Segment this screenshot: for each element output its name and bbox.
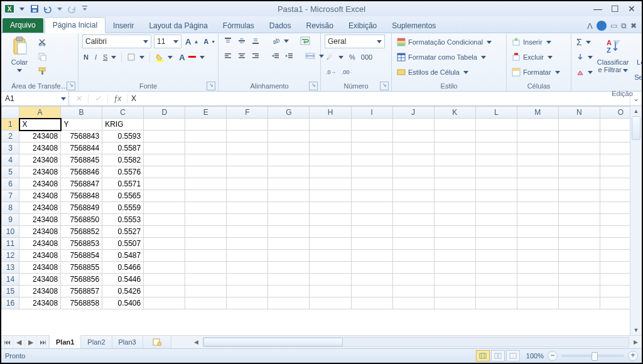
cell[interactable]	[392, 178, 434, 190]
tab-view[interactable]: Exibição	[341, 18, 384, 33]
tab-insert[interactable]: Inserir	[105, 18, 141, 33]
row-header[interactable]: 7	[2, 190, 19, 202]
cell[interactable]	[434, 238, 475, 250]
dialog-launcher-icon[interactable]: ↘	[309, 82, 318, 90]
cell[interactable]: X	[19, 119, 61, 131]
cell[interactable]: 243408	[19, 131, 61, 142]
cell[interactable]: 0.5576	[102, 166, 144, 178]
cell[interactable]	[185, 178, 227, 190]
cell[interactable]: 0.5406	[102, 297, 144, 309]
cell[interactable]	[475, 286, 517, 297]
cell[interactable]	[558, 166, 600, 178]
cell[interactable]	[227, 190, 268, 202]
cell[interactable]	[185, 238, 227, 250]
cell[interactable]	[558, 190, 600, 202]
maximize-button[interactable]: ☐	[611, 4, 619, 14]
column-header[interactable]: A	[19, 107, 61, 119]
cell[interactable]	[600, 142, 630, 154]
sheet-tab-plan3[interactable]: Plan3	[112, 336, 143, 348]
first-sheet-icon[interactable]: ⏮	[1, 336, 13, 348]
column-header[interactable]: H	[310, 107, 351, 119]
cell[interactable]	[600, 238, 630, 250]
cell[interactable]	[351, 274, 392, 286]
cell[interactable]	[310, 274, 351, 286]
cell[interactable]: KRIG	[102, 119, 144, 131]
cell[interactable]	[434, 142, 475, 154]
cell[interactable]	[185, 262, 227, 274]
sheet-tab-plan2[interactable]: Plan2	[81, 336, 112, 348]
cell[interactable]	[144, 119, 185, 131]
row-header[interactable]: 2	[2, 131, 19, 142]
cell[interactable]	[310, 166, 351, 178]
minimize-button[interactable]: —	[593, 4, 602, 14]
align-center-button[interactable]	[236, 50, 247, 62]
cell[interactable]	[144, 154, 185, 166]
cell[interactable]	[475, 142, 517, 154]
cell[interactable]	[475, 226, 517, 238]
save-icon[interactable]	[29, 3, 40, 14]
cell[interactable]	[600, 119, 630, 131]
cell[interactable]	[144, 142, 185, 154]
help-icon[interactable]: ?	[597, 21, 607, 31]
cell[interactable]	[268, 154, 310, 166]
cell[interactable]	[310, 262, 351, 274]
formula-input[interactable]: X	[127, 94, 630, 103]
cell[interactable]	[144, 297, 185, 309]
hscroll-thumb[interactable]	[203, 338, 343, 346]
cell[interactable]	[434, 119, 475, 131]
cell[interactable]	[185, 154, 227, 166]
cell[interactable]	[144, 250, 185, 262]
row-header[interactable]: 8	[2, 202, 19, 214]
cell[interactable]	[434, 190, 475, 202]
cell[interactable]	[475, 214, 517, 226]
cell[interactable]	[600, 297, 630, 309]
cell[interactable]: 243408	[19, 154, 61, 166]
cell[interactable]	[434, 154, 475, 166]
tab-data[interactable]: Dados	[262, 18, 299, 33]
column-header[interactable]: N	[558, 107, 600, 119]
select-all-cell[interactable]	[2, 107, 19, 119]
cell[interactable]	[227, 178, 268, 190]
cell[interactable]	[517, 178, 558, 190]
cell[interactable]	[517, 226, 558, 238]
copy-button[interactable]	[36, 50, 48, 63]
cell[interactable]	[392, 274, 434, 286]
cell[interactable]	[475, 119, 517, 131]
cell[interactable]	[268, 119, 310, 131]
cell[interactable]: 243408	[19, 262, 61, 274]
cell[interactable]	[351, 202, 392, 214]
fill-color-button[interactable]	[154, 51, 174, 63]
font-color-button[interactable]: A	[178, 51, 205, 63]
row-header[interactable]: 1	[2, 119, 19, 131]
cell[interactable]: 0.5565	[102, 190, 144, 202]
cell[interactable]	[558, 154, 600, 166]
cell[interactable]	[144, 166, 185, 178]
cell[interactable]	[268, 238, 310, 250]
number-format-combo[interactable]: Geral	[325, 35, 385, 48]
cell[interactable]	[434, 214, 475, 226]
row-header[interactable]: 15	[2, 286, 19, 297]
find-select-button[interactable]: Localizar e Selecionar	[632, 35, 643, 90]
cell[interactable]	[558, 119, 600, 131]
dialog-launcher-icon[interactable]: ↘	[207, 82, 215, 90]
column-header[interactable]: J	[392, 107, 434, 119]
cell[interactable]	[600, 286, 630, 297]
cell[interactable]: 243408	[19, 178, 61, 190]
cell[interactable]: 0.5426	[102, 286, 144, 297]
borders-button[interactable]	[126, 51, 146, 63]
tab-addins[interactable]: Suplementos	[384, 18, 443, 33]
fx-icon[interactable]: ƒx	[108, 94, 127, 103]
cell[interactable]: 0.5571	[102, 178, 144, 190]
cell[interactable]: 0.5553	[102, 214, 144, 226]
cell[interactable]	[268, 297, 310, 309]
cell[interactable]	[600, 190, 630, 202]
cell[interactable]	[475, 131, 517, 142]
cell[interactable]	[227, 154, 268, 166]
cell[interactable]	[185, 202, 227, 214]
cell[interactable]	[144, 286, 185, 297]
cell[interactable]: 243408	[19, 297, 61, 309]
cell[interactable]	[600, 214, 630, 226]
sheet-tab-plan1[interactable]: Plan1	[50, 335, 81, 348]
cell[interactable]	[268, 166, 310, 178]
format-as-table-button[interactable]: Formatar como Tabela	[396, 51, 493, 63]
